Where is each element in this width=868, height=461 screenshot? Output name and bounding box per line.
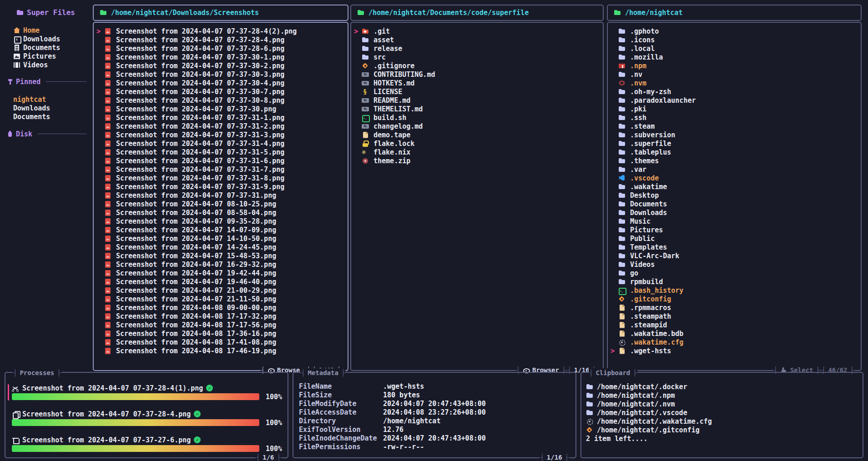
file-row[interactable]: src xyxy=(351,53,603,61)
file-row[interactable]: Screenshot from 2024-04-07 08-10-25.png xyxy=(94,200,348,208)
file-row[interactable]: Screenshot from 2024-04-07 21-00-29.png xyxy=(94,286,348,295)
file-row[interactable]: THEMELIST.md xyxy=(351,105,603,113)
file-row[interactable]: Screenshot from 2024-04-07 07-37-31-8.pn… xyxy=(94,174,348,182)
file-row[interactable]: Screenshot from 2024-04-07 07-37-30-7.pn… xyxy=(94,87,348,96)
file-row[interactable]: flake.nix xyxy=(351,148,603,156)
file-row[interactable]: Screenshot from 2024-04-07 19-46-40.png xyxy=(94,277,348,286)
file-row[interactable]: .npm xyxy=(608,61,861,70)
file-row[interactable]: Screenshot from 2024-04-07 07-37-30-2.pn… xyxy=(94,61,348,70)
file-row[interactable]: .ssh xyxy=(608,113,861,122)
file-row[interactable]: Downloads xyxy=(608,208,861,217)
file-row[interactable]: Screenshot from 2024-04-07 14-24-45.png xyxy=(94,243,348,251)
file-row[interactable]: Screenshot from 2024-04-07 07-37-30.png xyxy=(94,105,348,113)
file-row[interactable]: .wakatime.cfg xyxy=(608,338,861,346)
file-row[interactable]: demo.tape xyxy=(351,130,603,139)
file-row[interactable]: .nvm xyxy=(608,79,861,87)
file-row[interactable]: .bash_history xyxy=(608,286,861,295)
file-row[interactable]: Documents xyxy=(608,200,861,208)
file-row[interactable]: Screenshot from 2024-04-07 07-37-31-6.pn… xyxy=(94,156,348,165)
file-row[interactable]: Desktop xyxy=(608,191,861,200)
sidebar-item-home[interactable]: Home xyxy=(13,26,60,35)
sidebar-item-videos[interactable]: Videos xyxy=(13,60,60,69)
file-row[interactable]: Screenshot from 2024-04-07 07-37-31-7.pn… xyxy=(94,165,348,174)
file-row[interactable]: go xyxy=(608,269,861,277)
file-row[interactable]: .gitignore xyxy=(351,61,603,70)
file-row[interactable]: Screenshot from 2024-04-07 15-48-53.png xyxy=(94,251,348,260)
file-row[interactable]: .superfile xyxy=(608,139,861,148)
file-row[interactable]: Screenshot from 2024-04-07 07-37-31-4.pn… xyxy=(94,139,348,148)
file-row[interactable]: Screenshot from 2024-04-08 17-36-16.png xyxy=(94,329,348,338)
file-row[interactable]: release xyxy=(351,44,603,53)
process-item[interactable]: Screenshot from 2024-04-07 07-37-27-6.pn… xyxy=(12,436,282,453)
file-row[interactable]: Screenshot from 2024-04-07 07-37-30-4.pn… xyxy=(94,79,348,87)
file-row[interactable]: Screenshot from 2024-04-07 08-58-04.png xyxy=(94,208,348,217)
file-row[interactable]: Videos xyxy=(608,260,861,269)
file-row[interactable]: .rpmmacros xyxy=(608,303,861,312)
file-row[interactable]: .nv xyxy=(608,70,861,79)
pinned-item-documents[interactable]: Documents xyxy=(13,112,50,121)
file-row[interactable]: Screenshot from 2024-04-07 07-37-30-1.pn… xyxy=(94,53,348,61)
file-row[interactable]: .themes xyxy=(608,156,861,165)
file-row[interactable]: asset xyxy=(351,35,603,44)
process-item[interactable]: Screenshot from 2024-04-07 07-37-28-4(1)… xyxy=(12,384,282,401)
file-row[interactable]: Screenshot from 2024-04-08 17-17-56.png xyxy=(94,321,348,329)
file-row[interactable]: HOTKEYS.md xyxy=(351,79,603,87)
file-row[interactable]: Screenshot from 2024-04-07 19-42-44.png xyxy=(94,269,348,277)
file-row[interactable]: Screenshot from 2024-04-07 07-37-28-4.pn… xyxy=(94,35,348,44)
file-row[interactable]: .pki xyxy=(608,105,861,113)
file-row[interactable]: >.git xyxy=(351,27,603,35)
file-row[interactable]: theme.zip xyxy=(351,156,603,165)
file-row[interactable]: Screenshot from 2024-04-08 17-17-32.png xyxy=(94,312,348,321)
file-row[interactable]: .mozilla xyxy=(608,53,861,61)
file-row[interactable]: flake.lock xyxy=(351,139,603,148)
pinned-item-downloads[interactable]: Downloads xyxy=(13,104,50,112)
file-row[interactable]: Screenshot from 2024-04-08 17-46-19.png xyxy=(94,346,348,355)
file-row[interactable]: .vscode xyxy=(608,174,861,182)
file-row[interactable]: Screenshot from 2024-04-07 07-37-31-3.pn… xyxy=(94,130,348,139)
file-row[interactable]: VLC-Arc-Dark xyxy=(608,251,861,260)
file-row[interactable]: Screenshot from 2024-04-07 07-37-31.png xyxy=(94,191,348,200)
file-row[interactable]: Screenshot from 2024-04-07 07-37-28-6.pn… xyxy=(94,44,348,53)
file-row[interactable]: Screenshot from 2024-04-07 07-37-31-1.pn… xyxy=(94,113,348,122)
file-row[interactable]: .var xyxy=(608,165,861,174)
file-row[interactable]: .wakatime.bdb xyxy=(608,329,861,338)
file-row[interactable]: Screenshot from 2024-04-07 14-07-09.png xyxy=(94,225,348,234)
file-row[interactable]: .wakatime xyxy=(608,182,861,191)
file-row[interactable]: Pictures xyxy=(608,225,861,234)
file-row[interactable]: .tableplus xyxy=(608,148,861,156)
file-row[interactable]: .steam xyxy=(608,122,861,130)
file-row[interactable]: LICENSE xyxy=(351,87,603,96)
file-row[interactable]: Screenshot from 2024-04-07 16-29-32.png xyxy=(94,260,348,269)
pinned-item-nightcat[interactable]: nightcat xyxy=(13,95,50,104)
file-row[interactable]: .oh-my-zsh xyxy=(608,87,861,96)
file-row[interactable]: README.md xyxy=(351,96,603,105)
file-row[interactable]: .subversion xyxy=(608,130,861,139)
file-row[interactable]: Screenshot from 2024-04-07 07-37-30-3.pn… xyxy=(94,70,348,79)
file-row[interactable]: Screenshot from 2024-04-07 07-37-31-2.pn… xyxy=(94,122,348,130)
file-row[interactable]: rpmbuild xyxy=(608,277,861,286)
file-row[interactable]: Screenshot from 2024-04-07 07-37-31-5.pn… xyxy=(94,148,348,156)
sidebar-item-pictures[interactable]: Pictures xyxy=(13,52,60,60)
file-row[interactable]: Public xyxy=(608,234,861,243)
file-row[interactable]: Screenshot from 2024-04-07 07-37-30-8.pn… xyxy=(94,96,348,105)
sidebar-item-documents[interactable]: Documents xyxy=(13,43,60,52)
file-row[interactable]: Screenshot from 2024-04-07 14-10-50.png xyxy=(94,234,348,243)
file-row[interactable]: Screenshot from 2024-04-07 09-35-28.png xyxy=(94,217,348,225)
file-row[interactable]: build.sh xyxy=(351,113,603,122)
file-row[interactable]: .local xyxy=(608,44,861,53)
sidebar-item-downloads[interactable]: Downloads xyxy=(13,35,60,43)
file-row[interactable]: Templates xyxy=(608,243,861,251)
file-row[interactable]: .icons xyxy=(608,35,861,44)
file-row[interactable]: .steampath xyxy=(608,312,861,321)
file-row[interactable]: .paradoxlauncher xyxy=(608,96,861,105)
file-row[interactable]: changelog.md xyxy=(351,122,603,130)
file-row[interactable]: .gphoto xyxy=(608,27,861,35)
file-row[interactable]: Screenshot from 2024-04-07 07-37-31-9.pn… xyxy=(94,182,348,191)
file-row[interactable]: Music xyxy=(608,217,861,225)
file-row[interactable]: .steampid xyxy=(608,321,861,329)
process-item[interactable]: Screenshot from 2024-04-07 07-37-28-4.pn… xyxy=(12,410,282,427)
file-row[interactable]: CONTRIBUTING.md xyxy=(351,70,603,79)
file-row[interactable]: Screenshot from 2024-04-08 17-41-08.png xyxy=(94,338,348,346)
file-row[interactable]: .gitconfig xyxy=(608,295,861,303)
file-row[interactable]: >.wget-hsts xyxy=(608,346,861,355)
